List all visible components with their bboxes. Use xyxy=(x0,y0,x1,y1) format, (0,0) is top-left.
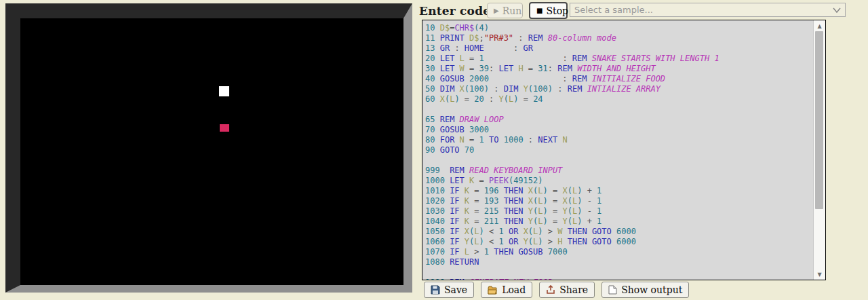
apple2-screen-frame xyxy=(5,3,412,293)
apple2-screen[interactable] xyxy=(20,18,403,285)
toolbar: Enter code: ▶ Run ■ Stop Select a sample… xyxy=(419,0,868,20)
scrollbar-thumb[interactable] xyxy=(815,31,823,209)
code-line: 1030 IF K = 215 THEN Y(L) = Y(L) - 1 xyxy=(425,206,814,217)
code-line: 999 REM READ KEYBOARD INPUT xyxy=(425,166,814,176)
code-editor[interactable]: 10 D$=CHR$(4)11 PRINT D$;"PR#3" : REM 80… xyxy=(422,20,826,280)
save-button-label: Save xyxy=(444,284,467,295)
scroll-up-button[interactable]: ▲ xyxy=(814,21,825,31)
code-line: 1999 REM GENERATE NEW FOOD xyxy=(425,278,814,280)
snake-block xyxy=(219,86,229,96)
save-button[interactable]: Save xyxy=(424,282,474,298)
code-line: 1080 RETURN xyxy=(425,257,814,267)
food-block xyxy=(220,124,229,132)
enter-code-label: Enter code: xyxy=(419,4,495,18)
code-line: 65 REM DRAW LOOP xyxy=(425,115,814,125)
code-line: 1000 LET K = PEEK(49152) xyxy=(425,176,814,186)
share-button-label: Share xyxy=(559,284,588,295)
sample-select[interactable]: Select a sample... xyxy=(570,3,846,17)
scroll-down-icon: ▼ xyxy=(817,271,821,278)
stop-button-label: Stop xyxy=(546,5,568,16)
code-line: 1040 IF K = 211 THEN Y(L) = Y(L) + 1 xyxy=(425,217,814,227)
code-line: 90 GOTO 70 xyxy=(425,145,814,155)
show-output-button[interactable]: Show output xyxy=(601,282,689,298)
action-bar: Save Load Share Show output xyxy=(424,282,689,298)
folder-icon xyxy=(488,286,498,295)
code-line xyxy=(425,105,814,115)
share-button[interactable]: Share xyxy=(539,282,595,298)
code-line: 30 LET W = 39: LET H = 31: REM WIDTH AND… xyxy=(425,64,814,74)
code-lines[interactable]: 10 D$=CHR$(4)11 PRINT D$;"PR#3" : REM 80… xyxy=(422,20,814,280)
code-line: 1020 IF K = 193 THEN X(L) = X(L) - 1 xyxy=(425,196,814,206)
code-line: 11 PRINT D$;"PR#3" : REM 80-column mode xyxy=(425,33,814,43)
scroll-down-button[interactable]: ▼ xyxy=(814,269,825,279)
code-line: 10 D$=CHR$(4) xyxy=(425,23,814,33)
run-button[interactable]: ▶ Run xyxy=(487,3,523,18)
code-line: 50 DIM X(100) : DIM Y(100) : REM INTIALI… xyxy=(425,84,814,94)
code-line xyxy=(425,155,814,166)
share-icon xyxy=(546,285,555,295)
code-line: 1010 IF K = 196 THEN X(L) = X(L) + 1 xyxy=(425,186,814,196)
code-line: 1070 IF L > 1 THEN GOSUB 7000 xyxy=(425,247,814,257)
stop-icon: ■ xyxy=(536,7,542,14)
code-line: 13 GR : HOME : GR xyxy=(425,43,814,54)
code-line: 70 GOSUB 3000 xyxy=(425,125,814,135)
code-line: 1050 IF X(L) < 1 OR X(L) > W THEN GOTO 6… xyxy=(425,227,814,237)
load-button-label: Load xyxy=(502,284,526,295)
show-output-button-label: Show output xyxy=(621,284,682,295)
code-line xyxy=(425,267,814,278)
code-line: 60 X(L) = 20 : Y(L) = 24 xyxy=(425,94,814,105)
floppy-disk-icon xyxy=(431,285,440,295)
code-line: 40 GOSUB 2000 : REM INITIALIZE FOOD xyxy=(425,74,814,84)
chevron-down-icon xyxy=(833,7,841,13)
code-line: 80 FOR N = 1 TO 1000 : NEXT N xyxy=(425,135,814,145)
editor-scrollbar[interactable]: ▲ ▼ xyxy=(813,20,825,280)
sample-select-placeholder: Select a sample... xyxy=(574,5,653,15)
run-button-label: Run xyxy=(502,5,522,16)
code-line: 20 LET L = 1 : REM SNAKE STARTS WITH LEN… xyxy=(425,54,814,64)
stop-button[interactable]: ■ Stop xyxy=(529,2,568,19)
scroll-up-icon: ▲ xyxy=(817,23,821,29)
load-button[interactable]: Load xyxy=(481,282,532,298)
play-icon: ▶ xyxy=(494,7,499,14)
document-icon xyxy=(608,285,617,295)
code-line: 1060 IF Y(L) < 1 OR Y(L) > H THEN GOTO 6… xyxy=(425,237,814,247)
